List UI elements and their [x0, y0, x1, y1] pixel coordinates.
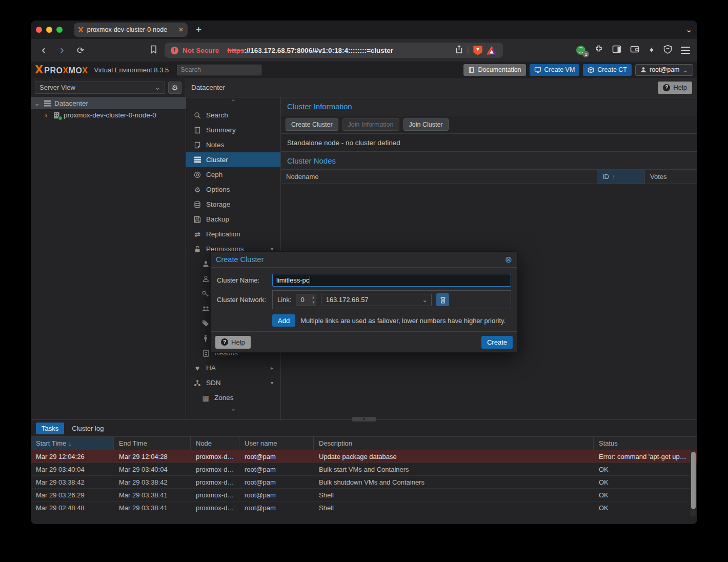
view-selector[interactable]: Server View⌄	[35, 82, 165, 94]
create-ct-button[interactable]: Create CT	[583, 64, 632, 76]
user-menu-button[interactable]: root@pam ⌄	[635, 64, 693, 76]
forward-icon[interactable]: ›	[56, 45, 68, 56]
extensions-puzzle-icon[interactable]	[594, 45, 603, 56]
dialog-close-icon[interactable]: ⊗	[505, 254, 512, 265]
sdn-icon	[193, 379, 201, 387]
note-icon	[193, 142, 201, 149]
tasks-table-header: Start Time ↓ End Time Node User name Des…	[31, 436, 697, 450]
nav-item-zones[interactable]: ▦ Zones	[186, 390, 280, 405]
tree-settings-button[interactable]: ⚙	[168, 82, 181, 94]
status-badge: Error: command 'apt-get up…	[594, 450, 697, 463]
tasks-panel: ▾ Tasks Cluster log Start Time ↓ End Tim…	[31, 419, 697, 524]
network-select[interactable]: 163.172.68.57 ⌄	[321, 294, 432, 306]
collapse-icon[interactable]: ⌄	[34, 100, 40, 107]
nav-item-search[interactable]: Search	[186, 108, 280, 123]
tasks-scrollbar[interactable]	[690, 451, 696, 516]
close-window-button[interactable]	[36, 27, 42, 33]
heartbeat-icon: ♥	[193, 364, 201, 372]
nav-item-sdn[interactable]: SDN ▾	[186, 375, 280, 390]
task-row[interactable]: Mar 29 02:48:48 Mar 29 03:38:41 proxmox-…	[31, 501, 697, 514]
status-badge: OK	[594, 476, 697, 488]
floppy-icon	[193, 216, 201, 223]
reload-icon[interactable]: ⟳	[75, 46, 86, 55]
key-icon	[201, 290, 210, 297]
nav-item-backup[interactable]: Backup	[186, 212, 280, 227]
task-row[interactable]: Mar 29 03:38:42 Mar 29 03:38:42 proxmox-…	[31, 476, 697, 489]
tree-item-datacenter[interactable]: ⌄ Datacenter	[31, 97, 186, 109]
scrollbar-thumb[interactable]	[691, 452, 696, 509]
not-secure-icon: !	[171, 47, 178, 54]
zoom-window-button[interactable]	[56, 27, 63, 33]
back-icon[interactable]: ‹	[38, 45, 49, 56]
column-votes[interactable]: Votes	[645, 170, 697, 184]
spinner-up-icon[interactable]: ▾	[312, 295, 314, 300]
tab-tasks[interactable]: Tasks	[36, 423, 64, 434]
nav-scroll-down-icon[interactable]: ⌄	[186, 405, 280, 414]
proxmox-logo: X PROXMOX	[35, 64, 88, 76]
column-user-name[interactable]: User name	[239, 437, 314, 450]
task-row[interactable]: Mar 29 03:26:29 Mar 29 03:38:41 proxmox-…	[31, 489, 697, 501]
sidebar-icon[interactable]	[612, 45, 621, 55]
leo-ai-icon[interactable]: ✦	[648, 46, 655, 55]
column-node[interactable]: Node	[191, 437, 239, 450]
expand-icon[interactable]: ›	[43, 112, 49, 119]
column-end-time[interactable]: End Time	[114, 437, 191, 450]
url-bar[interactable]: ! Not Secure https://163.172.68.57:8006/…	[165, 43, 503, 58]
nav-item-replication[interactable]: ⇄ Replication	[186, 227, 280, 242]
tree-item-node[interactable]: › proxmox-dev-cluster-0-node-0	[31, 109, 186, 121]
nav-item-storage[interactable]: Storage	[186, 197, 280, 212]
browser-tab[interactable]: X proxmox-dev-cluster-0-node ✕	[74, 23, 188, 37]
tag-icon	[201, 320, 210, 327]
nav-item-options[interactable]: ⚙ Options	[186, 182, 280, 197]
replication-icon: ⇄	[193, 230, 201, 238]
tab-search-icon[interactable]: ⌄	[685, 25, 692, 34]
tab-strip: X proxmox-dev-cluster-0-node ✕ + ⌄	[31, 21, 697, 39]
nav-scroll-up-icon[interactable]: ⌃	[186, 98, 280, 108]
column-description[interactable]: Description	[314, 437, 594, 450]
nav-item-summary[interactable]: Summary	[186, 123, 280, 137]
brave-rewards-icon[interactable]	[487, 46, 497, 55]
menu-hamburger-icon[interactable]	[681, 47, 690, 54]
not-secure-label: Not Secure	[183, 47, 219, 54]
documentation-button[interactable]: Documentation	[463, 64, 525, 76]
delete-link-button[interactable]	[436, 293, 449, 306]
browser-toolbar: ‹ › ⟳ ! Not Secure https://163.172.68.57…	[31, 39, 697, 62]
extension-globe-icon[interactable]: 1	[576, 46, 585, 55]
minimize-window-button[interactable]	[46, 27, 52, 33]
tab-close-icon[interactable]: ✕	[178, 26, 184, 33]
create-vm-button[interactable]: Create VM	[530, 64, 580, 76]
task-row[interactable]: Mar 29 03:40:04 Mar 29 03:40:04 proxmox-…	[31, 463, 697, 476]
dialog-title-bar[interactable]: Create Cluster ⊗	[211, 252, 517, 268]
column-nodename[interactable]: Nodename	[281, 170, 597, 184]
proxmox-favicon-icon: X	[78, 26, 84, 34]
window-controls	[36, 27, 63, 33]
spinner-down-icon[interactable]: ▾	[312, 300, 314, 305]
link-number-stepper[interactable]: 0 ▾▾	[296, 294, 316, 306]
new-tab-button[interactable]: +	[196, 24, 201, 35]
help-button[interactable]: ? Help	[658, 82, 692, 94]
dialog-title: Create Cluster	[216, 255, 264, 264]
wallet-icon[interactable]	[630, 45, 639, 55]
share-icon[interactable]	[455, 45, 463, 56]
nav-item-notes[interactable]: Notes	[186, 137, 280, 152]
global-search-input[interactable]	[177, 65, 261, 75]
column-status[interactable]: Status	[594, 437, 697, 450]
add-link-button[interactable]: Add	[272, 314, 295, 327]
create-cluster-button[interactable]: Create Cluster	[286, 118, 338, 131]
dialog-help-button[interactable]: ? Help	[215, 336, 251, 349]
dialog-create-button[interactable]: Create	[481, 336, 513, 349]
brave-shield-icon[interactable]	[473, 46, 482, 55]
join-cluster-button[interactable]: Join Cluster	[403, 118, 449, 131]
bookmark-icon[interactable]	[150, 45, 157, 56]
nav-item-ceph[interactable]: Ceph	[186, 167, 280, 182]
nav-item-cluster[interactable]: Cluster	[186, 152, 280, 167]
panel-collapse-handle[interactable]: ▾	[352, 417, 376, 422]
vpn-shield-icon[interactable]	[663, 45, 672, 56]
column-id[interactable]: ID↑	[597, 170, 645, 184]
column-start-time[interactable]: Start Time ↓	[31, 437, 114, 450]
nav-item-ha[interactable]: ♥ HA ▸	[186, 360, 280, 375]
tab-cluster-log[interactable]: Cluster log	[66, 423, 109, 434]
task-row[interactable]: Mar 29 12:04:26 Mar 29 12:04:28 proxmox-…	[31, 450, 697, 463]
cluster-name-input[interactable]: limitless-pc	[272, 274, 511, 287]
pve-header: X PROXMOX Virtual Environment 8.3.5 Docu…	[31, 62, 697, 78]
